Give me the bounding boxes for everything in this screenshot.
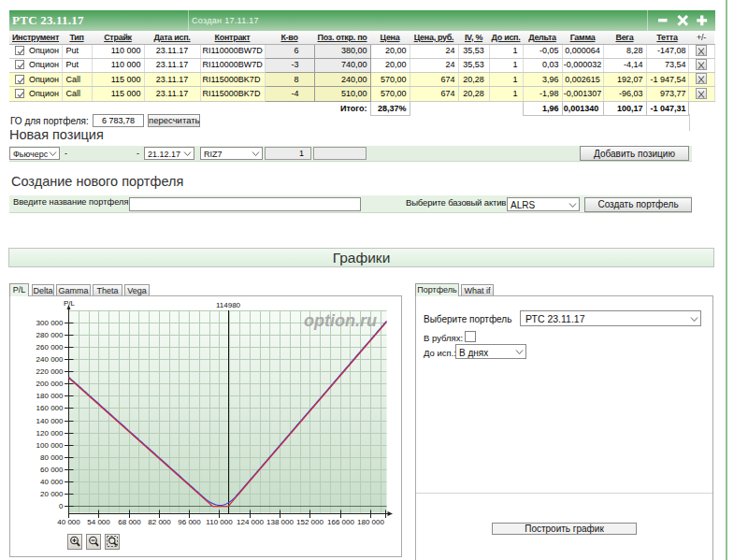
- svg-text:110 000: 110 000: [206, 518, 233, 526]
- svg-text:96 000: 96 000: [178, 518, 201, 526]
- svg-text:54 000: 54 000: [87, 518, 110, 526]
- svg-text:280 000: 280 000: [36, 331, 64, 339]
- svg-text:40 000: 40 000: [40, 478, 64, 486]
- svg-text:160 000: 160 000: [36, 404, 64, 412]
- svg-text:20 000: 20 000: [40, 490, 64, 498]
- svg-text:68 000: 68 000: [118, 518, 141, 526]
- svg-text:260 000: 260 000: [36, 343, 64, 352]
- svg-text:240 000: 240 000: [36, 355, 64, 364]
- svg-text:100 000: 100 000: [36, 441, 64, 450]
- svg-text:300 000: 300 000: [36, 319, 64, 327]
- svg-text:40 000: 40 000: [57, 518, 80, 526]
- svg-text:114980: 114980: [216, 301, 241, 309]
- svg-text:option.ru: option.ru: [304, 311, 377, 330]
- svg-text:120 000: 120 000: [36, 429, 64, 438]
- svg-text:152 000: 152 000: [296, 518, 324, 526]
- svg-text:166 000: 166 000: [327, 518, 354, 526]
- svg-text:180 000: 180 000: [357, 518, 384, 526]
- svg-text:220 000: 220 000: [36, 367, 64, 376]
- svg-text:180 000: 180 000: [36, 392, 64, 400]
- svg-text:124 000: 124 000: [237, 518, 264, 526]
- svg-text:200 000: 200 000: [36, 380, 64, 388]
- svg-text:P/L: P/L: [64, 299, 76, 308]
- svg-text:138 000: 138 000: [266, 518, 294, 526]
- svg-text:0: 0: [59, 502, 64, 510]
- svg-text:80 000: 80 000: [40, 453, 64, 462]
- svg-text:140 000: 140 000: [36, 417, 64, 425]
- svg-text:60 000: 60 000: [40, 466, 64, 474]
- svg-text:82 000: 82 000: [148, 518, 171, 526]
